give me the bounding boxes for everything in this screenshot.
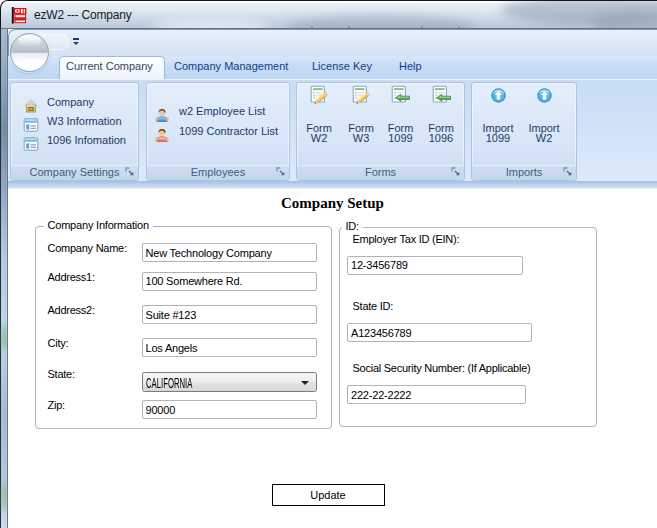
ribbon-item-import-1099[interactable]: Import1099: [476, 83, 520, 167]
state-select-value: CALIFORNIA: [146, 374, 192, 393]
ssn-label: Social Security Number: (If Applicable): [353, 362, 531, 374]
person-red-icon: [154, 127, 170, 143]
form-window-icon: [23, 136, 39, 152]
tab-help[interactable]: Help: [399, 56, 422, 79]
form-edit-icon: [310, 85, 329, 104]
group-caption-label: Forms: [365, 166, 396, 178]
client-area: Current Company Company Management Licen…: [8, 29, 657, 528]
zip-input[interactable]: [142, 400, 317, 419]
company-name-label: Company Name:: [48, 242, 127, 254]
ein-input[interactable]: [347, 256, 523, 275]
application-orb-button[interactable]: [10, 33, 49, 72]
group-caption-label: Imports: [506, 166, 543, 178]
form-edit-icon: [352, 85, 371, 104]
tab-current-company[interactable]: Current Company: [59, 56, 165, 79]
ribbon-item-label: FormW3: [339, 123, 383, 144]
state-id-label: State ID:: [353, 300, 394, 312]
city-label: City:: [48, 337, 69, 349]
group-caption-label: Company Settings: [30, 166, 120, 178]
tab-company-management[interactable]: Company Management: [174, 56, 288, 79]
dialog-launcher-icon[interactable]: [276, 167, 286, 177]
ribbon-item-label: Form1096: [419, 123, 463, 144]
group-legend: Company Information: [44, 219, 153, 231]
ribbon-item-form-w3[interactable]: FormW3: [339, 83, 383, 167]
ribbon-item-w2-employee-list[interactable]: w2 Employee List: [154, 105, 265, 124]
ribbon-item-label: 1096 Infomation: [47, 134, 126, 146]
ribbon-item-label: ImportW2: [522, 123, 566, 144]
app-window: ezW2 --- Company Current Company Company…: [0, 0, 657, 528]
ein-label: Employer Tax ID (EIN):: [353, 233, 460, 245]
window-title: ezW2 --- Company: [34, 8, 132, 22]
form-window-icon: [23, 117, 39, 133]
ribbon-item-label: Form1099: [379, 123, 423, 144]
ribbon-item-label: FormW2: [297, 123, 341, 144]
titlebar-glass-blob: [151, 19, 271, 29]
import-icon: [537, 88, 552, 103]
address1-label: Address1:: [48, 271, 95, 283]
ribbon-group-company-settings: Company W3 Information: [10, 82, 139, 181]
city-input[interactable]: [142, 338, 317, 357]
tab-license-key[interactable]: License Key: [312, 56, 372, 79]
app-icon: [10, 6, 28, 25]
state-id-input[interactable]: [347, 323, 532, 342]
ribbon: Company W3 Information: [8, 79, 657, 181]
dialog-launcher-icon[interactable]: [451, 167, 461, 177]
ssn-input[interactable]: [347, 385, 526, 404]
ribbon-item-label: 1099 Contractor List: [179, 125, 278, 137]
titlebar-speck: [348, 26, 350, 28]
form-export-icon: [391, 85, 410, 104]
address1-input[interactable]: [142, 272, 317, 291]
titlebar-speck: [311, 26, 313, 28]
update-button[interactable]: Update: [272, 484, 385, 506]
ribbon-item-w3-information[interactable]: W3 Information: [23, 115, 122, 134]
group-caption-label: Employees: [191, 166, 245, 178]
titlebar-speck: [421, 26, 423, 28]
ribbon-item-form-w2[interactable]: FormW2: [297, 83, 341, 167]
person-blue-icon: [154, 107, 170, 123]
group-caption-forms: Forms: [297, 165, 464, 180]
ribbon-item-label: Company: [47, 96, 94, 108]
state-label: State:: [48, 368, 75, 380]
titlebar: ezW2 --- Company: [0, 0, 657, 29]
window-left-border: [0, 29, 8, 528]
form-export-icon: [432, 85, 451, 104]
id-group: ID: Employer Tax ID (EIN): State ID: Soc…: [339, 227, 597, 427]
ribbon-item-import-w2[interactable]: ImportW2: [522, 83, 566, 167]
quick-access-toolbar: [8, 29, 657, 56]
address2-input[interactable]: [142, 305, 317, 324]
ribbon-tab-bar: Current Company Company Management Licen…: [8, 56, 657, 79]
ribbon-bottom-separator: [8, 181, 657, 189]
import-icon: [491, 88, 506, 103]
state-select[interactable]: CALIFORNIA: [142, 372, 317, 392]
group-caption-company-settings: Company Settings: [11, 165, 138, 180]
combo-arrow-icon: [301, 381, 309, 385]
ribbon-item-label: w2 Employee List: [179, 105, 265, 117]
ribbon-group-forms: FormW2: [296, 82, 465, 181]
dialog-launcher-icon[interactable]: [563, 167, 573, 177]
group-caption-imports: Imports: [472, 165, 576, 180]
company-information-group: Company Information Company Name: Addres…: [35, 226, 333, 430]
zip-label: Zip:: [48, 399, 65, 411]
titlebar-glass-blob: [286, 15, 476, 29]
ribbon-item-1096-information[interactable]: 1096 Infomation: [23, 134, 126, 153]
page-title: Company Setup: [8, 195, 657, 212]
ribbon-item-form-1096[interactable]: Form1096: [419, 83, 463, 167]
group-legend: ID:: [342, 220, 363, 232]
ribbon-item-company[interactable]: Company: [23, 96, 94, 115]
main-content: Company Setup Company Information Compan…: [8, 189, 657, 528]
group-caption-employees: Employees: [147, 165, 289, 180]
ribbon-item-label: Import1099: [476, 123, 520, 144]
dialog-launcher-icon[interactable]: [125, 167, 135, 177]
qat-dropdown-icon[interactable]: [72, 38, 80, 47]
ribbon-item-1099-contractor-list[interactable]: 1099 Contractor List: [154, 125, 278, 144]
house-icon: [23, 98, 39, 114]
titlebar-speck: [458, 26, 460, 28]
ribbon-item-form-1099[interactable]: Form1099: [379, 83, 423, 167]
ribbon-group-employees: w2 Employee List 1099 Contractor List: [146, 82, 290, 181]
ribbon-group-imports: Import1099 ImportW2 Imports: [471, 82, 577, 181]
address2-label: Address2:: [48, 304, 95, 316]
ribbon-item-label: W3 Information: [47, 115, 122, 127]
company-name-input[interactable]: [142, 243, 317, 262]
